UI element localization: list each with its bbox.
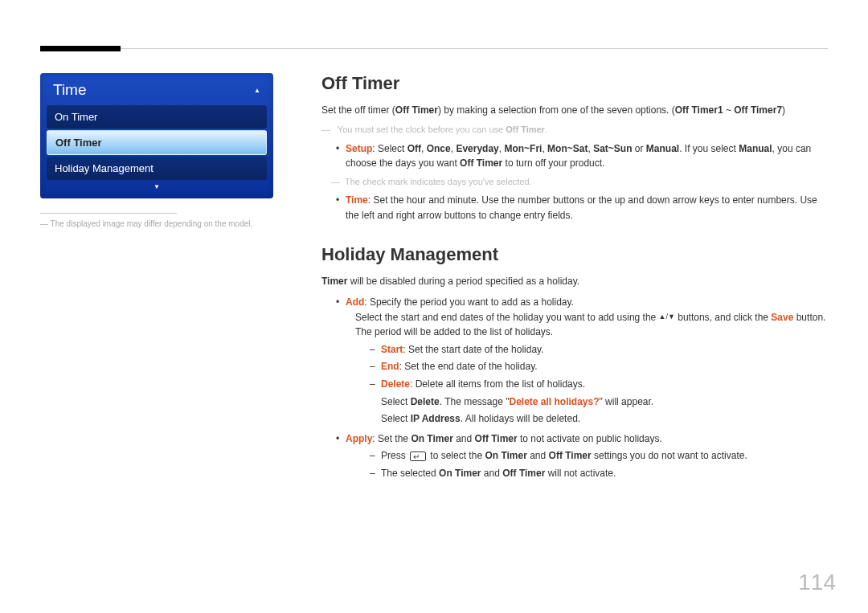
setup-bullet: Setup: Select Off, Once, Everyday, Mon~F… — [336, 141, 828, 189]
apply-bullet: Apply: Set the On Timer and Off Timer to… — [336, 431, 828, 481]
off-timer-intro: Set the off timer (Off Timer) by making … — [321, 104, 828, 117]
menu-item-label: On Timer — [55, 111, 97, 123]
off-timer-bullets: Setup: Select Off, Once, Everyday, Mon~F… — [321, 141, 828, 223]
menu-arrow-down-icon: ▼ — [47, 180, 267, 190]
menu-item-label: Holiday Management — [55, 162, 154, 174]
apply-sub1: Press to select the On Timer and Off Tim… — [370, 448, 828, 464]
off-timer-note2: The check mark indicates days you've sel… — [346, 176, 828, 188]
add-bullet: Add: Specify the period you want to add … — [336, 295, 828, 427]
left-divider — [40, 213, 177, 214]
left-column: Time ▲ On Timer Off Timer Holiday Manage… — [40, 73, 281, 230]
up-down-icon: ▲/▼ — [659, 312, 675, 323]
time-menu: Time ▲ On Timer Off Timer Holiday Manage… — [40, 73, 273, 198]
right-column: Off Timer Set the off timer (Off Timer) … — [321, 73, 828, 485]
menu-item-label: Off Timer — [55, 137, 102, 149]
top-rule — [40, 48, 828, 49]
left-note: ― The displayed image may differ dependi… — [40, 219, 281, 230]
top-rule-accent — [40, 46, 121, 51]
enter-icon — [410, 452, 426, 461]
menu-item-off-timer[interactable]: Off Timer — [47, 130, 267, 155]
off-timer-note1: You must set the clock before you can us… — [336, 124, 828, 136]
off-timer-heading: Off Timer — [321, 73, 828, 94]
end-subitem: End: Set the end date of the holiday. — [370, 359, 828, 374]
apply-sub2: The selected On Timer and Off Timer will… — [370, 466, 828, 481]
menu-title: Time — [53, 81, 87, 99]
start-subitem: Start: Set the start date of the holiday… — [370, 342, 828, 358]
menu-arrow-up-icon: ▲ — [254, 87, 260, 94]
holiday-heading: Holiday Management — [321, 244, 828, 265]
delete-line3: Select IP Address. All holidays will be … — [381, 411, 828, 427]
holiday-bullets: Add: Specify the period you want to add … — [321, 295, 828, 481]
menu-item-holiday-management[interactable]: Holiday Management — [47, 157, 267, 180]
page-number: 114 — [798, 570, 836, 595]
time-bullet: Time: Set the hour and minute. Use the n… — [336, 193, 828, 223]
delete-line2: Select Delete. The message "Delete all h… — [381, 394, 828, 410]
holiday-intro: Timer will be disabled during a period s… — [321, 275, 828, 288]
delete-subitem: Delete: Delete all items from the list o… — [370, 377, 828, 392]
menu-item-on-timer[interactable]: On Timer — [47, 105, 267, 129]
